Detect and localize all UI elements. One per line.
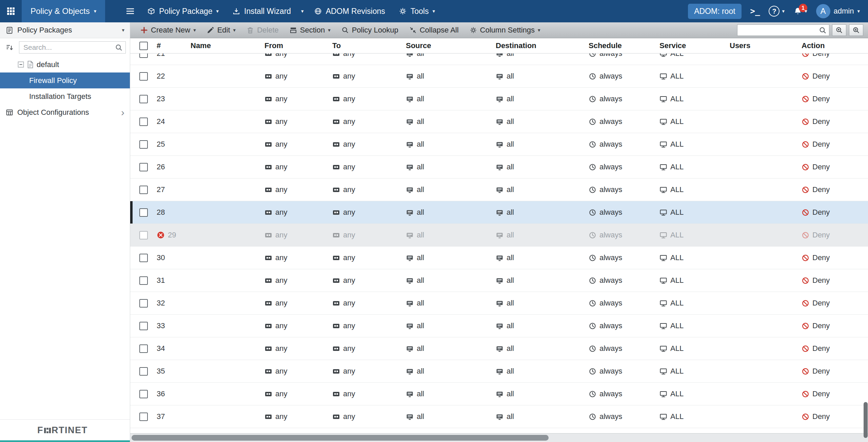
tree-item-default[interactable]: default — [0, 57, 130, 72]
column-header-to[interactable]: To — [332, 41, 406, 50]
row-checkbox[interactable] — [139, 276, 148, 285]
row-checkbox[interactable] — [139, 413, 148, 421]
sidebar-search-input[interactable] — [19, 42, 125, 53]
collapse-all-button[interactable]: Collapse All — [404, 22, 464, 38]
install-wizard-dropdown[interactable]: ▾ — [298, 0, 307, 22]
table-row[interactable]: 24 any any all all — [130, 110, 868, 133]
row-checkbox[interactable] — [139, 367, 148, 376]
notifications-button[interactable]: 1 ▾ — [793, 7, 807, 16]
column-header-number[interactable]: # — [157, 41, 191, 50]
interface-any-icon — [264, 72, 272, 80]
collapse-expander-icon[interactable] — [18, 61, 24, 68]
table-row[interactable]: 34 any any all all — [130, 337, 868, 360]
row-checkbox[interactable] — [139, 254, 148, 262]
table-row[interactable]: 31 any any all all — [130, 269, 868, 292]
column-header-schedule[interactable]: Schedule — [589, 41, 659, 50]
schedule-clock-icon — [589, 95, 596, 103]
cli-console-button[interactable]: >_ — [750, 6, 760, 16]
search-icon[interactable] — [115, 44, 123, 51]
horizontal-scrollbar[interactable] — [130, 433, 868, 442]
interface-any-icon — [264, 209, 272, 216]
table-row[interactable]: 28 any any all all — [130, 201, 868, 224]
tab-policy-objects[interactable]: Policy & Objects ▾ — [22, 0, 105, 22]
create-new-button[interactable]: Create New ▾ — [135, 22, 201, 38]
chevron-down-icon: ▾ — [216, 8, 219, 14]
fortinet-gate-icon — [44, 427, 51, 434]
table-row[interactable]: 37 any any all all — [130, 405, 868, 428]
row-checkbox[interactable] — [139, 186, 148, 194]
table-row[interactable]: 21 any any all all — [130, 54, 868, 65]
app-switcher-button[interactable] — [0, 0, 22, 22]
sidebar-item-object-configurations[interactable]: Object Configurations › — [0, 104, 130, 120]
vertical-scrollbar[interactable] — [863, 54, 868, 442]
help-button[interactable]: ? ▾ — [769, 6, 785, 17]
row-checkbox[interactable] — [139, 322, 148, 330]
policy-lookup-button[interactable]: Policy Lookup — [336, 22, 404, 38]
table-row[interactable]: 25 any any all all — [130, 133, 868, 156]
table-row[interactable]: 32 any any all all — [130, 292, 868, 315]
search-icon[interactable] — [819, 26, 827, 34]
delete-button[interactable]: Delete — [241, 22, 284, 38]
address-all-icon — [406, 54, 414, 58]
column-header-destination[interactable]: Destination — [496, 41, 589, 50]
policy-table-body: 21 any any all all — [130, 54, 868, 433]
row-checkbox[interactable] — [139, 299, 148, 308]
sort-button[interactable] — [3, 41, 16, 54]
schedule-value: always — [599, 299, 622, 308]
nav-install-wizard[interactable]: Install Wizard — [225, 0, 298, 22]
column-header-service[interactable]: Service — [659, 41, 730, 50]
nav-tools[interactable]: Tools ▾ — [392, 0, 442, 22]
row-checkbox[interactable] — [139, 140, 148, 149]
sidebar-item-installation-targets[interactable]: Installation Targets — [0, 88, 130, 104]
column-header-from[interactable]: From — [264, 41, 332, 50]
sidebar-item-firewall-policy[interactable]: Firewall Policy — [0, 72, 130, 88]
deny-icon — [802, 95, 809, 103]
chevron-down-icon: ▾ — [233, 27, 236, 33]
row-checkbox[interactable] — [139, 390, 148, 398]
column-header-users[interactable]: Users — [730, 41, 802, 50]
address-all-icon — [496, 299, 504, 307]
vertical-scrollbar-thumb[interactable] — [864, 402, 868, 438]
to-value: any — [343, 321, 355, 330]
table-row[interactable]: 30 any any all all — [130, 247, 868, 269]
table-row[interactable]: 26 any any all all — [130, 156, 868, 178]
row-checkbox[interactable] — [139, 72, 148, 81]
firewall-policy-label: Firewall Policy — [29, 76, 77, 85]
row-checkbox[interactable] — [139, 163, 148, 171]
address-all-icon — [496, 277, 504, 285]
table-search-input[interactable] — [737, 25, 829, 36]
user-menu[interactable]: A admin ▾ — [816, 4, 860, 18]
table-row[interactable]: 29 any any all all — [130, 224, 868, 247]
table-row[interactable]: 27 any any all all — [130, 178, 868, 201]
schedule-clock-icon — [589, 322, 596, 330]
policy-packages-header[interactable]: Policy Packages ▾ — [0, 22, 130, 38]
row-checkbox[interactable] — [139, 54, 148, 58]
column-header-action[interactable]: Action — [802, 41, 868, 50]
table-row[interactable]: 22 any any all all — [130, 65, 868, 88]
row-checkbox[interactable] — [139, 231, 148, 239]
row-checkbox[interactable] — [139, 95, 148, 103]
terminal-icon: >_ — [750, 6, 760, 16]
filter-search-button[interactable] — [849, 24, 863, 36]
column-header-name[interactable]: Name — [191, 41, 264, 50]
nav-policy-package[interactable]: Policy Package ▾ — [140, 0, 225, 22]
address-all-icon — [496, 54, 504, 58]
table-row[interactable]: 36 any any all all — [130, 383, 868, 405]
advanced-search-button[interactable] — [832, 24, 846, 36]
table-row[interactable]: 33 any any all all — [130, 315, 868, 337]
row-checkbox[interactable] — [139, 344, 148, 353]
select-all-checkbox[interactable] — [139, 42, 148, 50]
row-checkbox[interactable] — [139, 118, 148, 126]
column-settings-button[interactable]: Column Settings ▾ — [464, 22, 546, 38]
edit-button[interactable]: Edit ▾ — [201, 22, 241, 38]
adom-badge[interactable]: ADOM: root — [688, 4, 741, 19]
table-row[interactable]: 23 any any all all — [130, 88, 868, 110]
column-header-source[interactable]: Source — [406, 41, 496, 50]
table-row[interactable]: 35 any any all all — [130, 360, 868, 383]
service-all-icon — [659, 367, 667, 375]
sidebar-toggle-button[interactable] — [120, 0, 140, 22]
section-button[interactable]: Section ▾ — [284, 22, 336, 38]
horizontal-scrollbar-thumb[interactable] — [132, 435, 549, 441]
nav-adom-revisions[interactable]: ADOM Revisions — [307, 0, 392, 22]
row-checkbox[interactable] — [139, 208, 148, 217]
